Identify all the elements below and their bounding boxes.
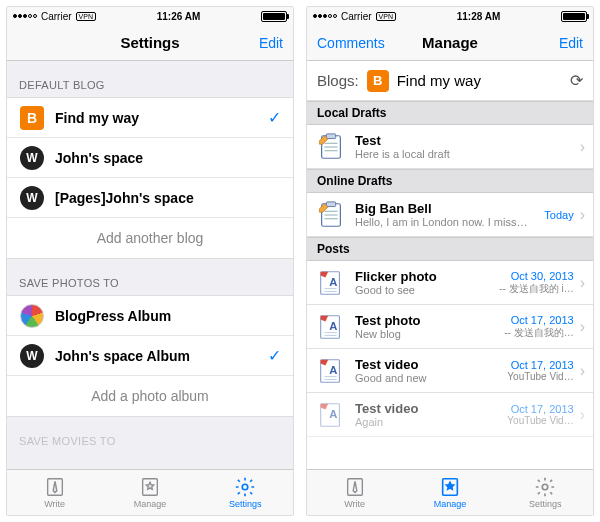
post-row[interactable]: A Flicker photo Good to see Oct 30, 2013… [307,261,593,305]
blog-label: Find my way [55,110,268,126]
checkmark-icon: ✓ [268,108,281,127]
tab-label: Settings [529,499,562,509]
post-row[interactable]: A Test photo New blog Oct 17, 2013 -- 发送… [307,305,593,349]
refresh-icon[interactable]: ⟳ [570,71,583,90]
carrier-label: Carrier [41,11,72,22]
tab-write[interactable]: Write [307,470,402,515]
album-row-johns-space[interactable]: W John's space Album ✓ [7,336,293,376]
post-icon: A [315,355,347,387]
manage-icon [138,476,162,498]
gear-icon [533,476,557,498]
post-title: Test photo [355,313,504,328]
post-extra: YouTube Vid… [507,415,573,426]
checkmark-icon: ✓ [268,346,281,365]
blogger-icon: B [367,70,389,92]
post-title: Flicker photo [355,269,499,284]
group-header-online-drafts: Online Drafts [307,169,593,193]
draft-row[interactable]: Test Here is a local draft › [307,125,593,169]
content-area[interactable]: DEFAULT BLOG B Find my way ✓ W John's sp… [7,61,293,469]
post-date: Oct 17, 2013 [511,359,574,371]
draft-date: Today [544,209,573,221]
post-title: Test video [355,401,507,416]
svg-text:A: A [329,407,337,419]
manage-icon [438,476,462,498]
svg-text:A: A [329,363,337,375]
blog-label: [Pages]John's space [55,190,281,206]
tab-write[interactable]: Write [7,470,102,515]
post-extra: -- 发送自我的… [504,326,573,340]
svg-rect-9 [326,201,335,206]
tab-settings[interactable]: Settings [498,470,593,515]
blogger-icon: B [19,105,45,131]
section-header-save-movies: SAVE MOVIES TO [7,417,293,453]
chevron-right-icon: › [578,362,587,380]
tab-manage[interactable]: Manage [402,470,497,515]
carrier-label: Carrier [341,11,372,22]
wordpress-icon: W [19,145,45,171]
battery-icon [261,11,287,22]
chevron-right-icon: › [578,206,587,224]
content-area[interactable]: Local Drafts Test Here is a local draft … [307,101,593,469]
post-subtitle: Good to see [355,284,499,296]
status-bar: Carrier VPN 11:26 AM [7,7,293,25]
post-subtitle: New blog [355,328,504,340]
picasa-icon [19,303,45,329]
edit-button[interactable]: Edit [259,35,283,51]
section-header-default-blog: DEFAULT BLOG [7,61,293,97]
chevron-right-icon: › [578,406,587,424]
blog-selector-bar[interactable]: Blogs: B Find my way ⟳ [307,61,593,101]
group-header-posts: Posts [307,237,593,261]
add-blog-label: Add another blog [19,230,281,246]
post-row[interactable]: A Test video Good and new Oct 17, 2013 Y… [307,349,593,393]
chevron-right-icon: › [578,274,587,292]
edit-button[interactable]: Edit [559,35,583,51]
group-header-local-drafts: Local Drafts [307,101,593,125]
save-photos-list: BlogPress Album W John's space Album ✓ A… [7,295,293,417]
post-date: Oct 17, 2013 [511,314,574,326]
vpn-badge: VPN [76,12,96,21]
post-date: Oct 17, 2013 [511,403,574,415]
settings-screen: Carrier VPN 11:26 AM Settings Edit DEFAU… [6,6,294,516]
post-row[interactable]: A Test video Again Oct 17, 2013 YouTube … [307,393,593,437]
status-bar: Carrier VPN 11:28 AM [307,7,593,25]
clock: 11:26 AM [96,11,261,22]
draft-title: Big Ban Bell [355,201,544,216]
nav-bar: Settings Edit [7,25,293,61]
post-title: Test video [355,357,507,372]
svg-point-29 [543,484,549,490]
write-icon [343,476,367,498]
svg-point-2 [243,484,249,490]
draft-title: Test [355,133,578,148]
vpn-badge: VPN [376,12,396,21]
album-label: John's space Album [55,348,268,364]
draft-icon [315,199,347,231]
post-extra: -- 发送自我的 i… [499,282,573,296]
blog-row-pages-johns-space[interactable]: W [Pages]John's space [7,178,293,218]
blog-row-find-my-way[interactable]: B Find my way ✓ [7,98,293,138]
tab-label: Write [44,499,65,509]
comments-button[interactable]: Comments [317,35,385,51]
add-album-row[interactable]: Add a photo album [7,376,293,416]
draft-subtitle: Here is a local draft [355,148,578,160]
tab-manage[interactable]: Manage [102,470,197,515]
album-row-blogpress[interactable]: BlogPress Album [7,296,293,336]
tab-settings[interactable]: Settings [198,470,293,515]
album-label: BlogPress Album [55,308,281,324]
draft-subtitle: Hello, I am in London now. I miss… [355,216,544,228]
svg-text:A: A [329,319,337,331]
wordpress-icon: W [19,343,45,369]
post-extra: YouTube Vid… [507,371,573,382]
chevron-right-icon: › [578,318,587,336]
signal-icon [13,14,37,18]
add-album-label: Add a photo album [19,388,281,404]
tab-bar: Write Manage Settings [7,469,293,515]
svg-rect-4 [326,133,335,138]
blog-row-johns-space[interactable]: W John's space [7,138,293,178]
add-blog-row[interactable]: Add another blog [7,218,293,258]
draft-row[interactable]: Big Ban Bell Hello, I am in London now. … [307,193,593,237]
manage-screen: Carrier VPN 11:28 AM Comments Manage Edi… [306,6,594,516]
signal-icon [313,14,337,18]
section-header-save-photos: SAVE PHOTOS TO [7,259,293,295]
post-icon: A [315,311,347,343]
post-date: Oct 30, 2013 [511,270,574,282]
